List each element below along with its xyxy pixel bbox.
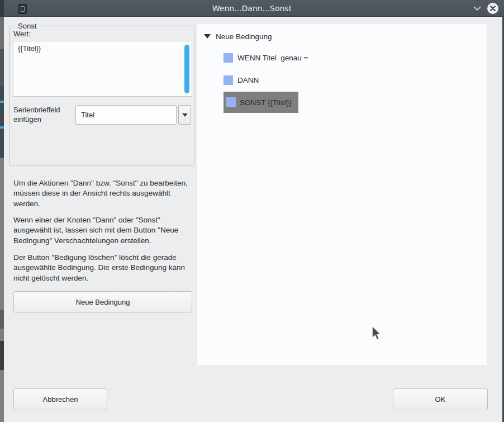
- dialog-window: Wenn...Dann...Sonst Sonst Wert: {{Titel}…: [0, 0, 504, 422]
- value-text: {{Titel}}: [18, 44, 41, 53]
- cancel-button-label: Abbrechen: [43, 395, 78, 404]
- new-condition-button-label: Neue Bedingung: [76, 298, 130, 306]
- tree-node-label: DANN: [237, 76, 259, 84]
- new-condition-button[interactable]: Neue Bedingung: [13, 291, 192, 312]
- tree-root-node[interactable]: Neue Bedingung: [204, 30, 272, 42]
- condition-node-icon: [224, 53, 233, 63]
- condition-tree-panel[interactable]: Neue Bedingung WENN Titel genau = DANN S…: [197, 24, 487, 365]
- tree-node-dann[interactable]: DANN: [224, 74, 259, 86]
- titlebar[interactable]: Wenn...Dann...Sonst: [0, 0, 504, 17]
- ok-button[interactable]: OK: [393, 388, 488, 410]
- condition-node-icon: [224, 75, 233, 85]
- tree-node-label: WENN Titel genau =: [237, 54, 308, 62]
- help-paragraph-3: Der Button "Bedigung löschen" löscht die…: [13, 253, 194, 283]
- vertical-scrollbar-thumb[interactable]: [184, 45, 189, 93]
- cancel-button[interactable]: Abbrechen: [13, 388, 107, 410]
- value-label: Wert:: [13, 30, 31, 38]
- tree-node-label: SONST {{Titel}}: [240, 98, 292, 107]
- help-paragraph-1: Um die Aktionen "Dann" bzw. "Sonst" zu b…: [13, 178, 194, 209]
- tree-node-sonst-selected[interactable]: SONST {{Titel}}: [224, 92, 298, 113]
- window-title: Wenn...Dann...Sonst: [0, 0, 504, 17]
- ok-button-label: OK: [435, 395, 446, 404]
- value-textarea[interactable]: {{Titel}}: [13, 41, 192, 97]
- background-app-sliver-left: [0, 17, 4, 422]
- tree-root-label: Neue Bedingung: [216, 32, 272, 41]
- help-paragraph-2: Wenn einer der Knoten "Dann" oder "Sonst…: [13, 215, 194, 246]
- dropdown-arrow-icon: [182, 113, 188, 117]
- insert-mergefield-label: Serienbrieffeld einfügen: [13, 106, 75, 125]
- expander-triangle-icon[interactable]: [204, 34, 211, 39]
- sonst-groupbox-title: Sonst: [15, 22, 39, 30]
- shade-chevron-down-icon[interactable]: [473, 4, 482, 13]
- mergefield-dropdown-button[interactable]: [178, 105, 191, 125]
- condition-node-icon: [226, 97, 236, 107]
- close-icon[interactable]: [487, 3, 498, 14]
- mergefield-combobox[interactable]: Titel: [75, 105, 177, 125]
- tree-node-wenn[interactable]: WENN Titel genau =: [224, 51, 308, 64]
